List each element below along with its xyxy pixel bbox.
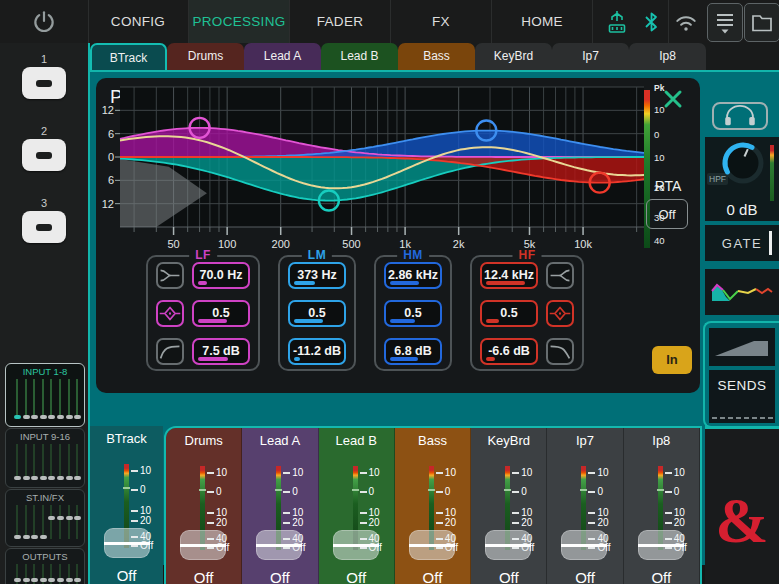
fader-strip-bass[interactable]: Bass100102040OffOff xyxy=(395,428,471,584)
band-width-value[interactable]: 0.5 xyxy=(384,300,442,327)
fader-tick xyxy=(360,472,367,474)
band-gain-value[interactable]: 6.8 dB xyxy=(384,338,442,365)
fader-strip-ip8[interactable]: Ip8100102040OffOff xyxy=(624,428,700,584)
strip-name: Lead B xyxy=(319,433,394,448)
band-width-value[interactable]: 0.5 xyxy=(192,300,250,327)
fader-strip-keybrd[interactable]: KeyBrd100102040OffOff xyxy=(471,428,547,584)
strip-name: Bass xyxy=(395,433,470,448)
channel-tabs: BTrackDrumsLead ALead BBassKeyBrdIp7Ip8 xyxy=(90,43,779,70)
fader-cap[interactable] xyxy=(180,530,226,560)
soft-key-3[interactable]: 3 xyxy=(22,197,66,243)
shelf-hi-icon[interactable] xyxy=(546,262,574,289)
selected-channel-strip[interactable]: BTrack100102040OffOff xyxy=(90,426,163,584)
soft-key-1[interactable]: 1 xyxy=(22,53,66,99)
mini-fader-cap xyxy=(74,516,81,520)
mini-fader-cap xyxy=(66,476,73,480)
fader-strip-ip7[interactable]: Ip7100102040OffOff xyxy=(547,428,623,584)
band-gain-value[interactable]: 7.5 dB xyxy=(192,338,250,365)
channel-tab-btrack[interactable]: BTrack xyxy=(90,43,167,70)
fader-cap[interactable] xyxy=(256,530,302,560)
power-button[interactable] xyxy=(0,0,89,43)
fader-strip-lead-b[interactable]: Lead B100102040OffOff xyxy=(319,428,395,584)
peq-panel: PEQ 501002005001k2k5k10k1260612 Pk100102… xyxy=(96,78,700,393)
meter-tick-label: 0 xyxy=(654,129,659,140)
fader-cap[interactable] xyxy=(638,530,684,560)
band-freq-value[interactable]: 2.86 kHz xyxy=(384,262,442,289)
sends-button[interactable]: SENDS xyxy=(709,370,775,423)
bell-icon[interactable] xyxy=(156,300,184,327)
bell-icon[interactable] xyxy=(546,300,574,327)
meters-menu-icon xyxy=(713,9,737,37)
library-folder-button[interactable] xyxy=(744,3,779,42)
peq-thumbnail-button[interactable] xyxy=(705,269,779,315)
svg-text:0: 0 xyxy=(108,151,114,163)
band-label: HF xyxy=(513,248,542,262)
strip-fader: 100102040Off xyxy=(90,460,163,582)
fader-cap[interactable] xyxy=(333,530,379,560)
fader-zero-notch xyxy=(657,489,664,491)
band-gain-value[interactable]: -6.6 dB xyxy=(480,338,538,365)
fader-strip-btrack[interactable]: BTrack100102040OffOff xyxy=(90,426,163,584)
gain-knob[interactable] xyxy=(719,139,767,187)
channel-tab-bass[interactable]: Bass xyxy=(398,43,475,70)
mini-fader-track xyxy=(68,444,70,480)
band-width-value[interactable]: 0.5 xyxy=(480,300,538,327)
layer-select-outputs[interactable]: OUTPUTS xyxy=(5,548,85,584)
fader-strip-drums[interactable]: Drums100102040OffOff xyxy=(166,428,242,584)
band-freq-value[interactable]: 70.0 Hz xyxy=(192,262,250,289)
layer-select-input-9-16[interactable]: INPUT 9-16 xyxy=(5,428,85,488)
mini-fader-track xyxy=(16,505,18,539)
shelf-lo-icon[interactable] xyxy=(156,262,184,289)
band-width-value[interactable]: 0.5 xyxy=(288,300,346,327)
layer-select-input-1-8[interactable]: INPUT 1-8 xyxy=(5,363,85,427)
soft-key-2[interactable]: 2 xyxy=(22,125,66,171)
layer-label: INPUT 9-16 xyxy=(6,429,84,442)
band-freq-value[interactable]: 373 Hz xyxy=(288,262,346,289)
fader-tick-label: 20 xyxy=(445,517,456,528)
fader-cap[interactable] xyxy=(485,530,531,560)
fader-cap[interactable] xyxy=(561,530,607,560)
fader-zero-notch xyxy=(352,489,359,491)
channel-tab-ip7[interactable]: Ip7 xyxy=(552,43,629,70)
channel-tab-keybrd[interactable]: KeyBrd xyxy=(475,43,552,70)
channel-tab-drums[interactable]: Drums xyxy=(167,43,244,70)
mini-fader-track xyxy=(59,505,61,539)
mini-fader-cap xyxy=(57,516,64,520)
band-gain-value[interactable]: -11.2 dB xyxy=(288,338,346,365)
peq-in-button[interactable]: In xyxy=(652,346,692,374)
rta-toggle-button[interactable]: Off xyxy=(646,199,688,229)
lpf-icon[interactable] xyxy=(546,338,574,365)
gain-meter xyxy=(770,145,774,201)
band-freq-value[interactable]: 12.4 kHz xyxy=(480,262,538,289)
gate-button[interactable]: GATE xyxy=(705,225,779,261)
eq-graph[interactable]: 501002005001k2k5k10k1260612 xyxy=(96,83,656,258)
meters-menu-button[interactable] xyxy=(707,3,743,42)
gate-label: GATE xyxy=(722,236,762,251)
strip-fader: 100102040Off xyxy=(395,462,470,584)
fader-cap[interactable] xyxy=(409,530,455,560)
fader-tick xyxy=(131,470,138,472)
fader-strip-lead-a[interactable]: Lead A100102040OffOff xyxy=(242,428,318,584)
tab-config[interactable]: CONFIG xyxy=(88,0,189,43)
fader-tick-label: 0 xyxy=(369,486,375,497)
mini-fader-cap xyxy=(31,578,38,582)
close-icon[interactable] xyxy=(662,88,684,110)
tab-processing[interactable]: PROCESSING xyxy=(189,0,290,43)
tab-home[interactable]: HOME xyxy=(492,0,593,43)
headphones-button[interactable] xyxy=(712,102,768,130)
fader-cap[interactable] xyxy=(104,528,150,558)
strip-fader: 100102040Off xyxy=(547,462,622,584)
strip-name: BTrack xyxy=(90,431,163,446)
gain-knob-panel: HPF 0 dB xyxy=(705,137,779,221)
channel-tab-lead-a[interactable]: Lead A xyxy=(244,43,321,70)
channel-tab-lead-b[interactable]: Lead B xyxy=(321,43,398,70)
hpf-icon[interactable] xyxy=(156,338,184,365)
strip-fader: 100102040Off xyxy=(319,462,394,584)
band-shape-buttons xyxy=(156,262,184,365)
mini-fader-cap xyxy=(40,415,47,419)
tab-fader[interactable]: FADER xyxy=(290,0,391,43)
layer-select-st-in-fx[interactable]: ST.IN/FX xyxy=(5,489,85,547)
channel-tab-ip8[interactable]: Ip8 xyxy=(629,43,706,70)
compressor-thumbnail-button[interactable] xyxy=(709,328,775,366)
tab-fx[interactable]: FX xyxy=(391,0,492,43)
